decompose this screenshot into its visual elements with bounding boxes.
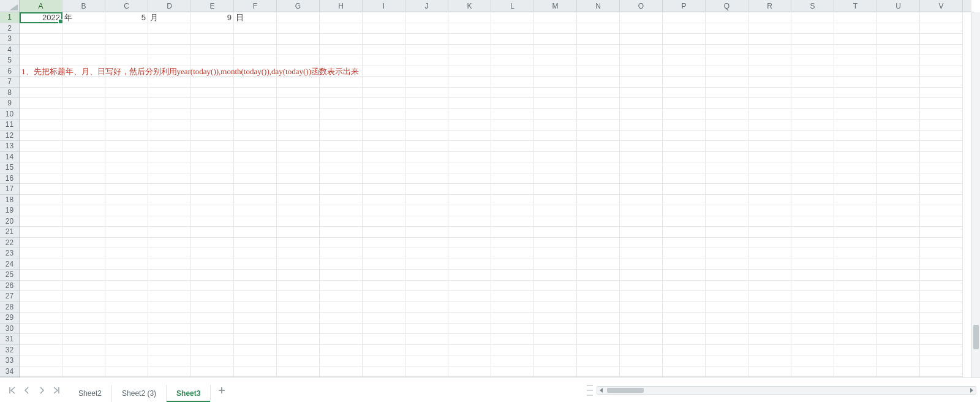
cell-P2[interactable] xyxy=(663,23,706,34)
cell-R22[interactable] xyxy=(748,238,791,249)
cell-A3[interactable] xyxy=(20,34,62,45)
sheet-tab-2[interactable]: Sheet3 xyxy=(167,385,211,402)
cell-B14[interactable] xyxy=(62,152,105,163)
cell-I6[interactable] xyxy=(363,66,405,77)
cell-F30[interactable] xyxy=(234,324,277,335)
cell-D25[interactable] xyxy=(148,270,191,281)
cell-N26[interactable] xyxy=(577,281,620,292)
cell-D11[interactable] xyxy=(148,119,191,131)
cell-R26[interactable] xyxy=(748,281,791,292)
cell-I10[interactable] xyxy=(363,109,405,120)
cell-J13[interactable] xyxy=(405,141,448,152)
cell-U22[interactable] xyxy=(877,238,920,249)
cell-L29[interactable] xyxy=(491,313,534,324)
cell-P27[interactable] xyxy=(663,291,706,302)
cell-R30[interactable] xyxy=(748,324,791,335)
cell-T11[interactable] xyxy=(834,119,877,131)
cell-V7[interactable] xyxy=(920,77,963,88)
cell-B15[interactable] xyxy=(62,162,105,173)
cell-N24[interactable] xyxy=(577,259,620,270)
cell-R2[interactable] xyxy=(748,23,791,34)
cell-Q23[interactable] xyxy=(706,248,748,259)
cell-V33[interactable] xyxy=(920,355,963,366)
row-header-28[interactable]: 28 xyxy=(0,302,19,313)
cell-P28[interactable] xyxy=(663,302,706,313)
cell-S17[interactable] xyxy=(791,184,834,195)
cell-I19[interactable] xyxy=(363,205,405,216)
cell-F23[interactable] xyxy=(234,248,277,259)
cell-G32[interactable] xyxy=(277,345,320,356)
cell-N1[interactable] xyxy=(577,12,620,23)
cell-T12[interactable] xyxy=(834,131,877,142)
cell-Q6[interactable] xyxy=(706,66,748,77)
cell-T23[interactable] xyxy=(834,248,877,259)
cell-R25[interactable] xyxy=(748,270,791,281)
cell-V2[interactable] xyxy=(920,23,963,34)
cell-N20[interactable] xyxy=(577,216,620,227)
cell-T17[interactable] xyxy=(834,184,877,195)
cell-C30[interactable] xyxy=(105,324,148,335)
cell-C25[interactable] xyxy=(105,270,148,281)
cell-E13[interactable] xyxy=(191,141,234,152)
cell-T26[interactable] xyxy=(834,281,877,292)
cell-U34[interactable] xyxy=(877,366,920,377)
cell-E15[interactable] xyxy=(191,162,234,173)
cell-G34[interactable] xyxy=(277,366,320,377)
cell-S25[interactable] xyxy=(791,270,834,281)
cell-E29[interactable] xyxy=(191,313,234,324)
cell-A25[interactable] xyxy=(20,270,62,281)
cell-A9[interactable] xyxy=(20,98,62,109)
cell-G3[interactable] xyxy=(277,34,320,45)
cell-P14[interactable] xyxy=(663,152,706,163)
cell-B28[interactable] xyxy=(62,302,105,313)
cell-Q34[interactable] xyxy=(706,366,748,377)
cell-J6[interactable] xyxy=(405,66,448,77)
cell-O18[interactable] xyxy=(620,195,663,206)
cell-Q18[interactable] xyxy=(706,195,748,206)
cell-I21[interactable] xyxy=(363,227,405,238)
row-header-12[interactable]: 12 xyxy=(0,131,19,142)
cell-V23[interactable] xyxy=(920,248,963,259)
cell-K33[interactable] xyxy=(448,355,491,366)
cell-I14[interactable] xyxy=(363,152,405,163)
cell-R29[interactable] xyxy=(748,313,791,324)
cell-G27[interactable] xyxy=(277,291,320,302)
row-header-32[interactable]: 32 xyxy=(0,345,19,356)
cell-M22[interactable] xyxy=(534,238,577,249)
cell-D34[interactable] xyxy=(148,366,191,377)
cell-U16[interactable] xyxy=(877,173,920,184)
cell-T14[interactable] xyxy=(834,152,877,163)
cell-U28[interactable] xyxy=(877,302,920,313)
column-header-C[interactable]: C xyxy=(105,0,148,12)
cell-K32[interactable] xyxy=(448,345,491,356)
cell-H17[interactable] xyxy=(320,184,363,195)
cell-V27[interactable] xyxy=(920,291,963,302)
cell-U24[interactable] xyxy=(877,259,920,270)
cell-C14[interactable] xyxy=(105,152,148,163)
cell-B20[interactable] xyxy=(62,216,105,227)
cell-P12[interactable] xyxy=(663,131,706,142)
cell-O5[interactable] xyxy=(620,55,663,66)
cell-D7[interactable] xyxy=(148,77,191,88)
cell-L34[interactable] xyxy=(491,366,534,377)
cell-T3[interactable] xyxy=(834,34,877,45)
cell-L2[interactable] xyxy=(491,23,534,34)
cell-P19[interactable] xyxy=(663,205,706,216)
cell-S16[interactable] xyxy=(791,173,834,184)
cell-O17[interactable] xyxy=(620,184,663,195)
cell-D27[interactable] xyxy=(148,291,191,302)
column-header-R[interactable]: R xyxy=(748,0,791,12)
cell-E16[interactable] xyxy=(191,173,234,184)
cell-P11[interactable] xyxy=(663,119,706,131)
cell-K19[interactable] xyxy=(448,205,491,216)
cell-T33[interactable] xyxy=(834,355,877,366)
cell-L1[interactable] xyxy=(491,12,534,23)
cell-I9[interactable] xyxy=(363,98,405,109)
cell-R8[interactable] xyxy=(748,88,791,99)
cell-M28[interactable] xyxy=(534,302,577,313)
cell-L9[interactable] xyxy=(491,98,534,109)
cell-F18[interactable] xyxy=(234,195,277,206)
cell-H31[interactable] xyxy=(320,334,363,345)
cell-C4[interactable] xyxy=(105,45,148,56)
select-all-corner[interactable] xyxy=(0,0,20,12)
